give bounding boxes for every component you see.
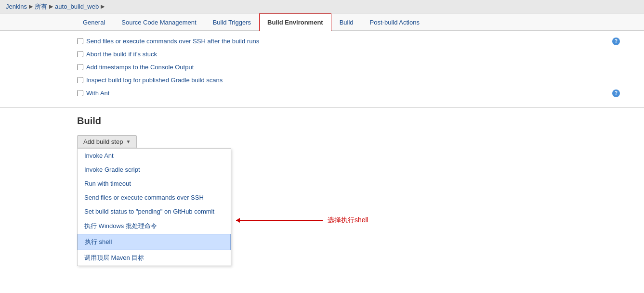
checkbox-row-ssh-after: Send files or execute commands over SSH … [77, 35, 630, 48]
menu-item-maven[interactable]: 调用顶层 Maven 目标 [78, 250, 231, 266]
breadcrumb: Jenkins ▶ 所有 ▶ auto_build_web ▶ [0, 0, 644, 13]
menu-item-github-status[interactable]: Set build status to "pending" on GitHub … [78, 204, 231, 218]
annotation-text: 选择执行shell [328, 216, 368, 225]
label-timestamps: Add timestamps to the Console Output [86, 64, 194, 71]
build-section-title: Build [77, 115, 630, 127]
menu-item-execute-shell[interactable]: 执行 shell [78, 234, 231, 250]
checkbox-row-timestamps: Add timestamps to the Console Output [77, 61, 630, 74]
checkbox-row-gradle: Inspect build log for published Gradle b… [77, 74, 630, 87]
breadcrumb-all[interactable]: 所有 [35, 2, 47, 11]
add-build-step-container: Add build step ▼ Invoke Ant Invoke Gradl… [77, 135, 137, 148]
breadcrumb-sep-1: ▶ [29, 3, 33, 10]
label-ssh-after: Send files or execute commands over SSH … [86, 38, 259, 45]
label-abort: Abort the build if it's stuck [86, 51, 157, 58]
menu-item-windows-batch[interactable]: 执行 Windows 批处理命令 [78, 218, 231, 234]
tab-build-environment[interactable]: Build Environment [259, 13, 331, 31]
tab-source-code-management[interactable]: Source Code Management [113, 13, 204, 31]
add-build-step-arrow: ▼ [126, 139, 131, 144]
menu-item-invoke-gradle[interactable]: Invoke Gradle script [78, 163, 231, 177]
tab-build[interactable]: Build [331, 13, 362, 31]
tab-general[interactable]: General [75, 13, 113, 31]
tab-post-build-actions[interactable]: Post-build Actions [362, 13, 428, 31]
checkbox-row-abort: Abort the build if it's stuck [77, 48, 630, 61]
checkbox-ssh-after[interactable] [77, 38, 83, 44]
build-step-dropdown: Invoke Ant Invoke Gradle script Run with… [77, 148, 231, 266]
checkbox-timestamps[interactable] [77, 64, 83, 70]
add-build-step-button[interactable]: Add build step ▼ [77, 135, 137, 148]
help-icon-ant[interactable]: ? [612, 89, 620, 97]
tab-bar: General Source Code Management Build Tri… [0, 13, 644, 31]
breadcrumb-jenkins[interactable]: Jenkins [6, 3, 27, 10]
checkbox-abort[interactable] [77, 51, 83, 57]
add-build-step-label: Add build step [83, 138, 123, 145]
menu-item-send-ssh[interactable]: Send files or execute commands over SSH [78, 191, 231, 204]
label-ant: With Ant [86, 89, 109, 97]
label-gradle: Inspect build log for published Gradle b… [86, 76, 223, 84]
menu-item-invoke-ant[interactable]: Invoke Ant [78, 149, 231, 163]
annotation-arrow-line [236, 220, 323, 221]
main-content: Send files or execute commands over SSH … [0, 31, 644, 293]
tab-build-triggers[interactable]: Build Triggers [205, 13, 259, 31]
breadcrumb-sep-3: ▶ [101, 3, 105, 10]
breadcrumb-sep-2: ▶ [49, 3, 53, 10]
build-section: Build Add build step ▼ Invoke Ant Invoke… [0, 107, 644, 152]
checkbox-row-ant: With Ant ? [77, 87, 630, 100]
annotation-container: 选择执行shell [236, 216, 368, 225]
checkbox-ant[interactable] [77, 90, 83, 96]
checkbox-gradle[interactable] [77, 77, 83, 83]
build-env-section: Send files or execute commands over SSH … [0, 31, 644, 103]
breadcrumb-project[interactable]: auto_build_web [55, 3, 99, 10]
arrow-head [236, 218, 240, 223]
menu-item-run-timeout[interactable]: Run with timeout [78, 177, 231, 191]
help-icon-ssh-after[interactable]: ? [612, 38, 620, 45]
